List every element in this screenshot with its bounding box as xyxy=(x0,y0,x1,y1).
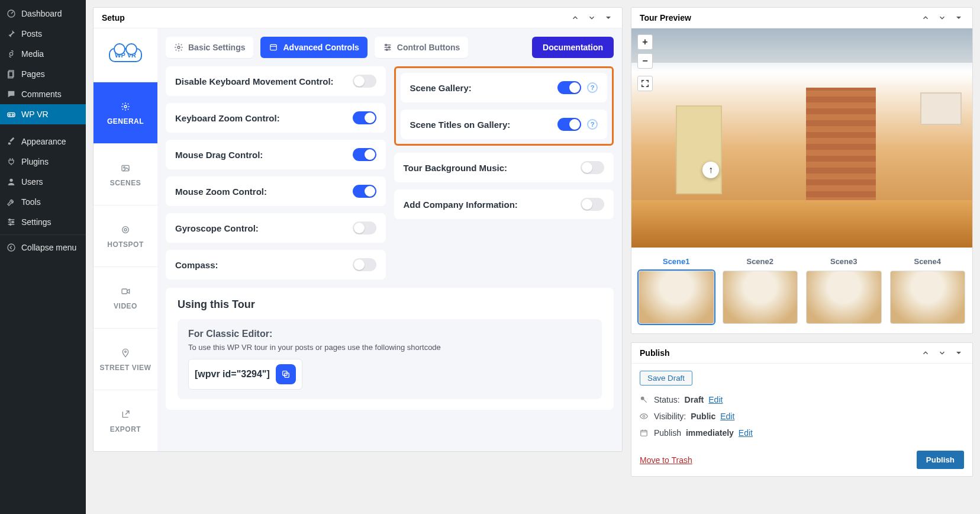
toggle-card-mouse-zoom-control: Mouse Zoom Control: xyxy=(166,176,386,206)
svg-point-17 xyxy=(124,229,127,231)
toggle-scene-gallery[interactable] xyxy=(557,81,581,94)
vtab-export[interactable]: EXPORT xyxy=(94,390,157,451)
visibility-value: Public xyxy=(691,412,715,421)
publish-collapse-icon[interactable] xyxy=(953,348,964,358)
toggle-disable-keyboard-movement-control[interactable] xyxy=(353,75,376,88)
wp-menu-comments[interactable]: Comments xyxy=(0,84,86,104)
setup-title: Setup xyxy=(102,13,125,23)
vtab-street-view[interactable]: STREET VIEW xyxy=(94,328,157,390)
panel-collapse-icon[interactable] xyxy=(603,12,614,23)
publish-schedule-label: Publish xyxy=(654,428,681,438)
publish-up-icon[interactable] xyxy=(920,348,931,358)
htab-advanced-controls[interactable]: Advanced Controls xyxy=(260,37,367,58)
tour-preview-panel: Tour Preview + − xyxy=(631,7,973,334)
save-draft-button[interactable]: Save Draft xyxy=(640,371,692,386)
wp-menu-users[interactable]: Users xyxy=(0,172,86,192)
svg-rect-14 xyxy=(122,165,129,171)
wp-menu-settings[interactable]: Settings xyxy=(0,212,86,232)
setup-panel: Setup WP VR GENERALSCENESHOTSPOTVIDEOSTR… xyxy=(93,7,623,452)
toggle-label: Add Company Information: xyxy=(404,200,518,210)
collapse-icon xyxy=(6,242,17,253)
toggle-tour-background-music[interactable] xyxy=(581,161,604,174)
sliders-icon xyxy=(383,43,392,52)
plug-icon xyxy=(6,156,17,167)
toggle-label: Mouse Drag Control: xyxy=(175,150,263,160)
svg-rect-32 xyxy=(641,431,647,436)
wp-menu-media[interactable]: Media xyxy=(0,44,86,64)
fullscreen-button[interactable] xyxy=(637,76,653,91)
toggle-compass[interactable] xyxy=(353,258,376,271)
svg-point-13 xyxy=(124,105,127,108)
vtab-hotspot[interactable]: HOTSPOT xyxy=(94,205,157,266)
publish-schedule-edit-link[interactable]: Edit xyxy=(739,428,753,438)
panel-up-icon[interactable] xyxy=(570,12,581,23)
wp-menu-plugins[interactable]: Plugins xyxy=(0,152,86,172)
documentation-button[interactable]: Documentation xyxy=(532,37,614,58)
copy-shortcode-button[interactable] xyxy=(276,364,296,384)
svg-point-21 xyxy=(178,46,180,49)
shortcode-text: [wpvr id="3294"] xyxy=(195,369,270,380)
wp-menu-wp-vr[interactable]: WP VR xyxy=(0,104,86,124)
zoom-in-button[interactable]: + xyxy=(637,34,653,50)
panel-icon xyxy=(269,43,278,52)
hotspot-marker[interactable]: ↑ xyxy=(702,162,719,178)
wp-admin-sidebar: DashboardPostsMediaPagesCommentsWP VRApp… xyxy=(0,0,86,514)
vr-icon xyxy=(6,109,17,120)
toggle-add-company-information[interactable] xyxy=(581,198,604,211)
using-title: Using this Tour xyxy=(178,298,602,311)
publish-down-icon[interactable] xyxy=(937,348,947,358)
help-icon[interactable]: ? xyxy=(587,82,598,93)
preview-up-icon[interactable] xyxy=(920,12,931,23)
image-icon xyxy=(120,162,131,174)
move-to-trash-link[interactable]: Move to Trash xyxy=(640,455,692,465)
svg-point-11 xyxy=(8,244,15,251)
scene-thumb-4[interactable]: Scene4 xyxy=(890,257,966,324)
toggle-keyboard-zoom-control[interactable] xyxy=(353,111,376,124)
scene-thumb-2[interactable]: Scene2 xyxy=(723,257,798,324)
toggle-scene-titles-on-gallery[interactable] xyxy=(557,118,581,131)
zoom-out-button[interactable]: − xyxy=(637,53,653,69)
wp-menu-tools[interactable]: Tools xyxy=(0,192,86,212)
using-tour-card: Using this Tour For Classic Editor: To u… xyxy=(166,288,614,410)
help-icon[interactable]: ? xyxy=(587,119,598,130)
setup-horizontal-tabs: Basic SettingsAdvanced ControlsControl B… xyxy=(166,37,614,58)
status-value: Draft xyxy=(685,395,704,404)
visibility-edit-link[interactable]: Edit xyxy=(720,412,734,421)
wp-menu-appearance[interactable]: Appearance xyxy=(0,131,86,152)
scene-thumb-1[interactable]: Scene1 xyxy=(639,257,714,324)
vtab-general[interactable]: GENERAL xyxy=(94,82,157,143)
wp-menu-dashboard[interactable]: Dashboard xyxy=(0,4,86,24)
scene-gallery-highlight: Scene Gallery: ? Scene Titles on Gallery… xyxy=(394,66,614,146)
toggle-mouse-drag-control[interactable] xyxy=(353,148,376,161)
panorama-viewer[interactable]: + − ↑ xyxy=(631,28,972,248)
htab-control-buttons[interactable]: Control Buttons xyxy=(375,37,469,58)
vtab-scenes[interactable]: SCENES xyxy=(94,143,157,205)
svg-point-23 xyxy=(385,44,387,46)
scene-thumb-3[interactable]: Scene3 xyxy=(806,257,882,324)
htab-basic-settings[interactable]: Basic Settings xyxy=(166,37,253,58)
scene-thumb-image xyxy=(890,271,966,324)
toggle-card-scene-titles-on-gallery: Scene Titles on Gallery: ? xyxy=(401,110,608,139)
panel-down-icon[interactable] xyxy=(586,12,597,23)
scene-thumb-image xyxy=(639,271,714,324)
pin-icon xyxy=(6,28,17,39)
status-edit-link[interactable]: Edit xyxy=(708,395,723,404)
eye-icon xyxy=(640,412,649,420)
status-label: Status: xyxy=(654,395,680,404)
scene-thumb-image xyxy=(723,271,798,324)
wp-menu-collapse-menu[interactable]: Collapse menu xyxy=(0,237,86,258)
preview-title: Tour Preview xyxy=(640,13,691,23)
export-icon xyxy=(120,409,131,420)
preview-down-icon[interactable] xyxy=(937,12,947,23)
gear-icon xyxy=(174,43,183,52)
svg-rect-18 xyxy=(122,289,127,294)
toggle-mouse-zoom-control[interactable] xyxy=(353,185,376,198)
publish-button[interactable]: Publish xyxy=(917,451,964,469)
preview-collapse-icon[interactable] xyxy=(953,12,964,23)
toggle-label: Keyboard Zoom Control: xyxy=(175,113,280,123)
wp-menu-posts[interactable]: Posts xyxy=(0,24,86,44)
svg-point-24 xyxy=(388,47,390,49)
toggle-gyroscope-control[interactable] xyxy=(353,221,376,234)
vtab-video[interactable]: VIDEO xyxy=(94,266,157,328)
wp-menu-pages[interactable]: Pages xyxy=(0,64,86,84)
